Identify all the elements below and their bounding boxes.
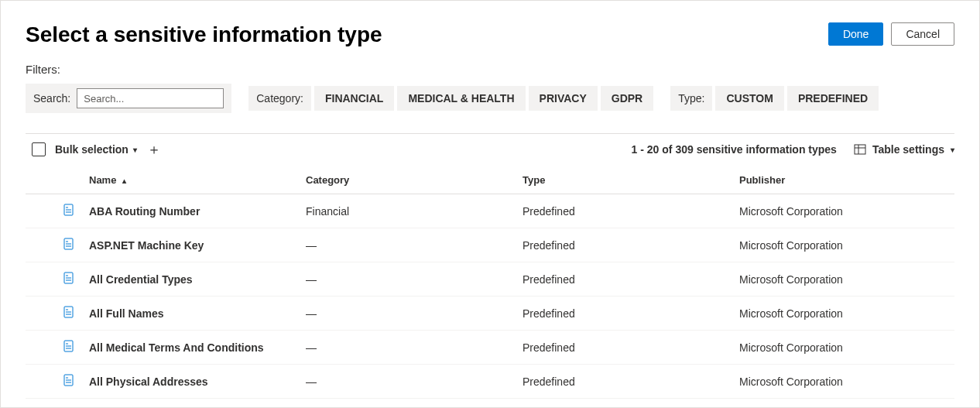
toolbar-left: Bulk selection ▾ ＋ [32, 142, 162, 157]
sort-ascending-icon: ▴ [122, 177, 126, 185]
col-select [26, 166, 57, 194]
row-select-cell[interactable] [26, 331, 57, 365]
chevron-down-icon: ▾ [951, 146, 954, 154]
row-select-cell[interactable] [26, 297, 57, 331]
row-publisher: Microsoft Corporation [733, 365, 954, 399]
table-settings-button[interactable]: Table settings ▾ [854, 143, 954, 156]
row-publisher: Microsoft Corporation [733, 297, 954, 331]
pagination-count: 1 - 20 of 309 sensitive information type… [632, 143, 837, 156]
bulk-selection-dropdown[interactable]: Bulk selection ▾ [55, 143, 137, 156]
table-toolbar: Bulk selection ▾ ＋ 1 - 20 of 309 sensiti… [1, 134, 979, 162]
row-publisher: Microsoft Corporation [733, 228, 954, 262]
filter-type-group: Type: CUSTOM PREDEFINED [670, 86, 879, 111]
category-pills: FINANCIAL MEDICAL & HEALTH PRIVACY GDPR [314, 86, 653, 111]
table-header-row: Name ▴ Category Type Publisher [26, 166, 954, 194]
row-icon-cell [57, 228, 83, 262]
row-category: — [300, 365, 516, 399]
col-header-name[interactable]: Name ▴ [83, 166, 300, 194]
dialog-window: Select a sensitive information type Done… [0, 0, 980, 408]
document-icon [63, 272, 75, 284]
row-publisher: Microsoft Corporation [733, 331, 954, 365]
table-settings-icon [854, 143, 866, 156]
row-select-cell[interactable] [26, 365, 57, 399]
type-label: Type: [670, 86, 712, 111]
table-row[interactable]: ABA Routing NumberFinancialPredefinedMic… [26, 194, 954, 228]
row-select-cell[interactable] [26, 262, 57, 297]
row-type: Predefined [516, 365, 733, 399]
type-pills: CUSTOM PREDEFINED [715, 86, 879, 111]
done-button[interactable]: Done [828, 22, 883, 46]
row-name: All Medical Terms And Conditions [83, 331, 300, 365]
chevron-down-icon: ▾ [133, 146, 137, 154]
page-title: Select a sensitive information type [26, 22, 382, 47]
row-icon-cell [57, 365, 83, 399]
row-icon-cell [57, 194, 83, 228]
filter-row: Search: Category: FINANCIAL MEDICAL & HE… [26, 84, 954, 113]
row-select-cell[interactable] [26, 194, 57, 228]
row-category: — [300, 331, 516, 365]
table-row[interactable]: All Medical Terms And Conditions—Predefi… [26, 331, 954, 365]
document-icon [63, 374, 75, 386]
category-label: Category: [248, 86, 311, 111]
category-pill-financial[interactable]: FINANCIAL [314, 86, 394, 111]
row-icon-cell [57, 331, 83, 365]
search-label: Search: [33, 92, 70, 105]
row-type: Predefined [516, 262, 733, 297]
category-pill-gdpr[interactable]: GDPR [601, 86, 653, 111]
row-name: ASP.NET Machine Key [83, 228, 300, 262]
row-type: Predefined [516, 228, 733, 262]
row-icon-cell [57, 262, 83, 297]
row-icon-cell [57, 297, 83, 331]
select-all-checkbox[interactable] [32, 142, 46, 156]
toolbar-right: 1 - 20 of 309 sensitive information type… [632, 143, 954, 156]
filters-label: Filters: [26, 63, 954, 76]
document-icon [63, 306, 75, 318]
row-category: Financial [300, 194, 516, 228]
row-name: ABA Routing Number [83, 194, 300, 228]
row-type: Predefined [516, 297, 733, 331]
row-category: — [300, 228, 516, 262]
document-icon [63, 204, 75, 216]
table-row[interactable]: All Credential Types—PredefinedMicrosoft… [26, 262, 954, 297]
row-category: — [300, 262, 516, 297]
filter-search-group: Search: [26, 84, 231, 113]
svg-rect-0 [855, 145, 865, 154]
category-pill-medical[interactable]: MEDICAL & HEALTH [397, 86, 525, 111]
table-settings-label: Table settings [872, 143, 944, 156]
category-pill-privacy[interactable]: PRIVACY [529, 86, 598, 111]
col-header-publisher[interactable]: Publisher [733, 166, 954, 194]
col-header-category[interactable]: Category [300, 166, 516, 194]
row-category: — [300, 297, 516, 331]
type-pill-custom[interactable]: CUSTOM [715, 86, 783, 111]
col-icon [57, 166, 83, 194]
table-row[interactable]: All Physical Addresses—PredefinedMicroso… [26, 365, 954, 399]
table-row[interactable]: All Full Names—PredefinedMicrosoft Corpo… [26, 297, 954, 331]
document-icon [63, 340, 75, 352]
document-icon [63, 238, 75, 250]
col-header-type[interactable]: Type [516, 166, 733, 194]
row-type: Predefined [516, 331, 733, 365]
plus-icon: ＋ [147, 142, 161, 156]
type-pill-predefined[interactable]: PREDEFINED [787, 86, 879, 111]
header-actions: Done Cancel [828, 22, 954, 46]
header: Select a sensitive information type Done… [1, 1, 979, 63]
add-button[interactable]: ＋ [146, 142, 162, 157]
cancel-button[interactable]: Cancel [891, 22, 954, 46]
bulk-selection-label: Bulk selection [55, 143, 128, 156]
row-type: Predefined [516, 194, 733, 228]
table-row[interactable]: ASP.NET Machine Key—PredefinedMicrosoft … [26, 228, 954, 262]
filter-category-group: Category: FINANCIAL MEDICAL & HEALTH PRI… [248, 86, 653, 111]
row-publisher: Microsoft Corporation [733, 262, 954, 297]
row-name: All Credential Types [83, 262, 300, 297]
row-name: All Full Names [83, 297, 300, 331]
row-name: All Physical Addresses [83, 365, 300, 399]
search-input[interactable] [77, 88, 224, 108]
results-table: Name ▴ Category Type Publisher ABA Routi… [26, 166, 954, 399]
filters-section: Filters: Search: Category: FINANCIAL MED… [1, 63, 979, 124]
row-publisher: Microsoft Corporation [733, 194, 954, 228]
row-select-cell[interactable] [26, 228, 57, 262]
